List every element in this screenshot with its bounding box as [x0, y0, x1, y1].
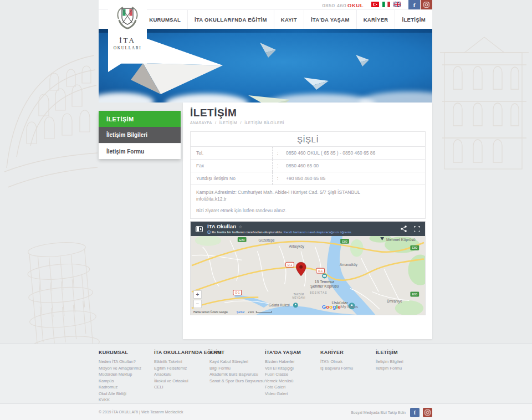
address-line: Kampüs Adresimiz: Cumhuriyet Mah. Abide-…	[196, 189, 420, 196]
sidebar-title: İLETİŞİM	[99, 111, 181, 127]
site-header: 0850 460OKUL f	[99, 0, 432, 29]
sidebar-item-iletisim-bilgileri[interactable]: İletişim Bilgileri	[99, 127, 181, 143]
footer-link[interactable]: İletişim Formu	[376, 365, 430, 372]
map-title[interactable]: İTA Okulları	[207, 223, 236, 229]
uk-flag-icon[interactable]	[393, 2, 401, 7]
footer-link[interactable]: Video Galeri	[265, 391, 319, 397]
campus-accordion-header[interactable]: ŞİŞLİ	[191, 132, 425, 147]
footer-link[interactable]: İlkokul ve Ortaokul	[154, 378, 208, 385]
map-canvas[interactable]: E80 E80 E80 E80 O-1 O-1	[191, 236, 425, 315]
google-map-embed: İTA Okulları☆ ⓘBu harita bir kullanıcı t…	[190, 221, 426, 315]
visit-note: Bizi ziyaret etmek için lütfen randevu a…	[191, 203, 425, 218]
svg-text:Google: Google	[322, 304, 341, 310]
zoom-in-button[interactable]: +	[193, 290, 202, 299]
map-scale-label: 2 km	[248, 311, 254, 314]
breadcrumb-sep: /	[240, 121, 241, 125]
footer-link[interactable]: KVKK	[99, 397, 153, 403]
svg-text:O-1: O-1	[235, 291, 239, 294]
school-crest-icon	[114, 5, 141, 33]
map-title-block: İTA Okulları☆ ⓘBu harita bir kullanıcı t…	[207, 224, 352, 234]
footer-link[interactable]: Neden İTA Okulları?	[99, 358, 153, 365]
svg-text:Şehitler Köprüsü: Şehitler Köprüsü	[310, 284, 339, 289]
footer-col-kurumsal: KURUMSAL Neden İTA Okulları? Misyon ve A…	[99, 350, 153, 403]
instagram-icon[interactable]	[421, 0, 432, 9]
footer-link[interactable]: Anaokulu	[154, 371, 208, 378]
footer-col-title: KURUMSAL	[99, 350, 153, 355]
row-colon: :	[273, 172, 283, 185]
footer-col-egitim: İTA OKULLARI'NDA EĞİTİM Etkinlik Takvimi…	[154, 350, 208, 391]
footer-link[interactable]: Kampüs	[99, 378, 153, 385]
nav-item-yasam[interactable]: İTA'DA YAŞAM	[304, 10, 356, 29]
breadcrumb-sep: /	[215, 121, 216, 125]
instagram-icon[interactable]	[423, 408, 432, 417]
map-learn-link[interactable]: Kendi haritanızı nasıl oluşturacağınızı …	[284, 231, 352, 234]
star-icon[interactable]: ☆	[238, 224, 242, 229]
footer-link[interactable]: CELI	[154, 384, 208, 391]
svg-text:Arnavutköy: Arnavutköy	[340, 263, 358, 267]
map-attribution: Harita verileri ©2020 Google	[193, 310, 228, 314]
footer-link[interactable]: Etkinlik Takvimi	[154, 358, 208, 365]
svg-text:E80: E80	[412, 293, 417, 296]
footer-link[interactable]: Misyon ve Amaçlarımız	[99, 365, 153, 372]
svg-text:E80: E80	[239, 238, 245, 242]
footer-link[interactable]: İletişim Bilgileri	[376, 358, 430, 365]
footer-col-iletisim: İLETİŞİM İletişim Bilgileri İletişim For…	[376, 350, 430, 371]
zoom-out-button[interactable]: −	[193, 300, 202, 308]
svg-text:Güzeltepe: Güzeltepe	[258, 238, 275, 243]
turkish-flag-icon[interactable]	[371, 2, 379, 7]
footer-link[interactable]: Eğitim Felsefemiz	[154, 365, 208, 372]
breadcrumb-iletisim[interactable]: İLETİŞİM	[219, 121, 237, 125]
footer-link[interactable]: İş Başvuru Formu	[320, 365, 375, 372]
footer-link[interactable]: Müdürden Mektup	[99, 371, 153, 378]
svg-text:BEŞİKTAŞ: BEŞİKTAŞ	[310, 291, 328, 294]
share-icon[interactable]	[401, 226, 407, 232]
view-larger-map-icon[interactable]	[196, 226, 203, 232]
nav-item-kariyer[interactable]: KARİYER	[356, 10, 395, 29]
footer-link[interactable]: Sanat & Spor Burs Başvurusu	[209, 378, 264, 385]
footer-link[interactable]: Kadromuz	[99, 384, 153, 391]
footer-link[interactable]: Yemek Menüsü	[265, 378, 319, 385]
nav-item-kayit[interactable]: KAYIT	[274, 10, 304, 29]
footer-link[interactable]: Bilgi Formu	[209, 365, 264, 372]
footer-link[interactable]: Veli El Kitapçığı	[265, 365, 319, 372]
email-address[interactable]: info@ita.k12.tr	[196, 196, 420, 202]
footer-link[interactable]: Fuori Classe	[265, 371, 319, 378]
svg-text:TAKSİM: TAKSİM	[294, 293, 304, 296]
breadcrumb-home[interactable]: ANASAYFA	[190, 121, 212, 125]
svg-text:15 Temmuz: 15 Temmuz	[315, 280, 335, 284]
breadcrumb-current: İLETİŞİM BİLGİLERİ	[244, 121, 284, 125]
footer-col-title: İLETİŞİM	[376, 350, 430, 355]
footer-link[interactable]: Foto Galeri	[265, 384, 319, 391]
nav-item-iletisim[interactable]: İLETİŞİM	[395, 10, 432, 29]
row-label: Tel.	[191, 147, 273, 159]
italian-flag-icon[interactable]	[382, 2, 390, 7]
nav-item-kurumsal[interactable]: KURUMSAL	[142, 10, 187, 29]
facebook-glyph: f	[413, 2, 416, 8]
footer-link[interactable]: Bizden Haberler	[265, 358, 319, 365]
fullscreen-icon[interactable]	[414, 226, 420, 232]
footer-link[interactable]: Kayıt Kabul Süreçleri	[209, 358, 264, 365]
sidebar-item-iletisim-formu[interactable]: İletişim Formu	[99, 143, 181, 159]
facebook-icon[interactable]: f	[408, 0, 420, 9]
palazzo-sketch	[437, 30, 532, 175]
footer-link[interactable]: Akademik Burs Başvurusu	[209, 371, 264, 378]
nav-item-egitim[interactable]: İTA OKULLARI'NDA EĞİTİM	[187, 10, 274, 29]
svg-text:My Maps: My Maps	[340, 304, 358, 309]
footer-col-yasam: İTA'DA YAŞAM Bizden Haberler Veli El Kit…	[265, 350, 319, 397]
row-label: Yurtdışı İletişim No	[191, 172, 273, 185]
row-value: 0850 460 OKUL ( 65 85 ) - 0850 460 65 86	[283, 147, 425, 159]
phone-number: 0850 460OKUL	[322, 2, 364, 8]
main-nav: KURUMSAL İTA OKULLARI'NDA EĞİTİM KAYIT İ…	[99, 9, 432, 29]
row-label: Fax	[191, 160, 273, 172]
facebook-icon[interactable]: f	[410, 408, 420, 417]
footer-link[interactable]: İTA'lı Olmak	[320, 358, 375, 365]
content-panel: İLETİŞİM ANASAYFA / İLETİŞİM / İLETİŞİM …	[183, 103, 432, 339]
logo-subtitle: OKULLARI	[108, 45, 147, 50]
small-paper-plane-icon	[356, 55, 369, 66]
small-paper-plane-icon	[260, 43, 276, 58]
campus-address: Kampüs Adresimiz: Cumhuriyet Mah. Abide-…	[191, 185, 425, 203]
footer-link[interactable]: Okul Aile Birliği	[99, 391, 153, 397]
map-zoom-controls: + −	[193, 290, 202, 309]
site-logo[interactable]: İTA OKULLARI	[108, 2, 147, 72]
footer-col-title: İTA OKULLARI'NDA EĞİTİM	[154, 350, 208, 355]
